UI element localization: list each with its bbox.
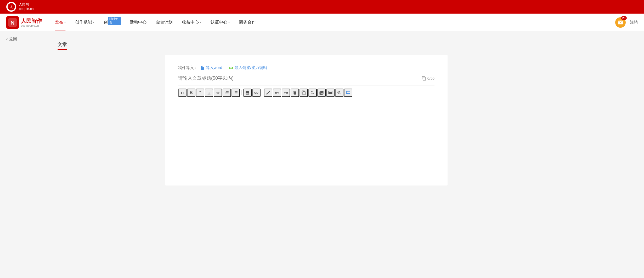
nav-header: N 人民智作 coo.people.cn 发布▾创作赋能▾创作工具限时免费活动中… (0, 14, 644, 31)
left-sidebar: ‹ 返回 (0, 31, 58, 278)
import-row: 稿件导入： 导入word 导入链接/接力编辑 (178, 65, 434, 70)
toolbar-underline[interactable]: U (205, 89, 213, 97)
nav-item-认证中心[interactable]: 认证中心▾ (206, 14, 234, 31)
nav-item-发布[interactable]: 发布▾ (50, 14, 70, 31)
top-logo-area: 人 人民网 people.cn (6, 2, 33, 12)
toolbar-undo[interactable] (273, 89, 281, 97)
import-link-button[interactable]: 导入链接/接力编辑 (229, 65, 267, 70)
toolbar-quote[interactable]: “ (196, 89, 204, 97)
nav-chevron-icon: ▾ (93, 21, 94, 24)
toolbar-redo[interactable] (282, 89, 290, 97)
nav-item-创作工具[interactable]: 创作工具限时免费 (99, 14, 125, 31)
toolbar-code[interactable]: <> (214, 89, 222, 97)
top-header: 人 人民网 people.cn (0, 0, 644, 14)
nav-item-商务合作[interactable]: 商务合作 (234, 14, 261, 31)
nav-item-label: 认证中心 (211, 20, 227, 25)
nav-chevron-icon: ▾ (228, 21, 230, 24)
top-logo-text: 人民网 people.cn (19, 2, 33, 11)
import-label: 稿件导入： (178, 65, 198, 70)
brand-name: 人民智作 (21, 18, 42, 24)
nav-item-label: 创作赋能 (75, 20, 92, 25)
content-wrapper: ‹ 返回 文章 稿件导入： 导入word (0, 31, 644, 278)
import-word-button[interactable]: 导入word (200, 65, 222, 70)
right-panel (555, 31, 644, 278)
brand-logo: N 人民智作 coo.people.cn (6, 16, 42, 29)
brand-sub: coo.people.cn (21, 24, 42, 27)
nav-item-label: 活动中心 (130, 20, 146, 25)
editor-container: 稿件导入： 导入word 导入链接/接力编辑 (165, 55, 448, 186)
title-char-count: 0/50 (427, 76, 434, 80)
toolbar-video[interactable] (326, 89, 335, 97)
import-word-label: 导入word (206, 65, 222, 70)
back-arrow-icon: ‹ (6, 37, 8, 42)
toolbar-ordered-list[interactable] (223, 89, 231, 97)
brand-icon: N (6, 16, 19, 29)
back-button[interactable]: ‹ 返回 (6, 37, 51, 42)
nav-items: 发布▾创作赋能▾创作工具限时免费活动中心金台计划收益中心▾认证中心▾商务合作 (50, 14, 615, 31)
svg-text:人: 人 (9, 5, 13, 9)
people-logo-circle: 人 (6, 2, 16, 12)
nav-chevron-icon: ▾ (200, 21, 201, 24)
toolbar-sep-1 (241, 90, 242, 95)
toolbar-heading[interactable]: H (178, 89, 187, 97)
editor-toolbar: H B “ U <> (178, 85, 434, 99)
article-tab[interactable]: 文章 (58, 39, 67, 50)
toolbar-image[interactable] (243, 89, 252, 97)
nav-chevron-icon: ▾ (64, 21, 66, 24)
toolbar-bold[interactable]: B (187, 89, 195, 97)
nav-item-活动中心[interactable]: 活动中心 (125, 14, 151, 31)
main-content: 文章 稿件导入： 导入word 导入链接/接力编辑 (58, 31, 555, 278)
article-tab-area: 文章 (58, 37, 555, 50)
brand-name-block: 人民智作 coo.people.cn (21, 18, 42, 27)
nav-right: 28 注销 (615, 17, 638, 28)
toolbar-monitor-preview[interactable] (344, 89, 352, 97)
title-count: 0/50 (422, 76, 434, 81)
nav-item-label: 金台计划 (156, 20, 173, 25)
toolbar-search-replace[interactable] (308, 89, 317, 97)
notification-badge: 28 (621, 16, 627, 20)
toolbar-gallery-manage[interactable] (317, 89, 326, 97)
nav-item-金台计划[interactable]: 金台计划 (151, 14, 177, 31)
toolbar-sep-2 (262, 90, 262, 95)
nav-item-创作赋能[interactable]: 创作赋能▾ (70, 14, 99, 31)
nav-badge-free: 限时免费 (108, 17, 121, 25)
title-input-area: 0/50 (178, 76, 434, 85)
toolbar-zoom-in[interactable] (335, 89, 343, 97)
back-label: 返回 (9, 37, 17, 42)
notification-button[interactable]: 28 (615, 17, 626, 28)
nav-item-收益中心[interactable]: 收益中心▾ (177, 14, 206, 31)
nav-item-label: 收益中心 (182, 20, 199, 25)
toolbar-delete[interactable] (291, 89, 299, 97)
logout-button[interactable]: 注销 (630, 20, 638, 25)
import-link-label: 导入链接/接力编辑 (235, 65, 267, 70)
toolbar-paint[interactable] (264, 89, 272, 97)
toolbar-link[interactable] (252, 89, 261, 97)
nav-item-label: 商务合作 (239, 20, 256, 25)
toolbar-unordered-list[interactable] (231, 89, 240, 97)
svg-text:N: N (10, 19, 15, 26)
title-input[interactable] (178, 76, 422, 81)
nav-item-label: 发布 (55, 20, 63, 25)
toolbar-copy-doc[interactable] (300, 89, 308, 97)
